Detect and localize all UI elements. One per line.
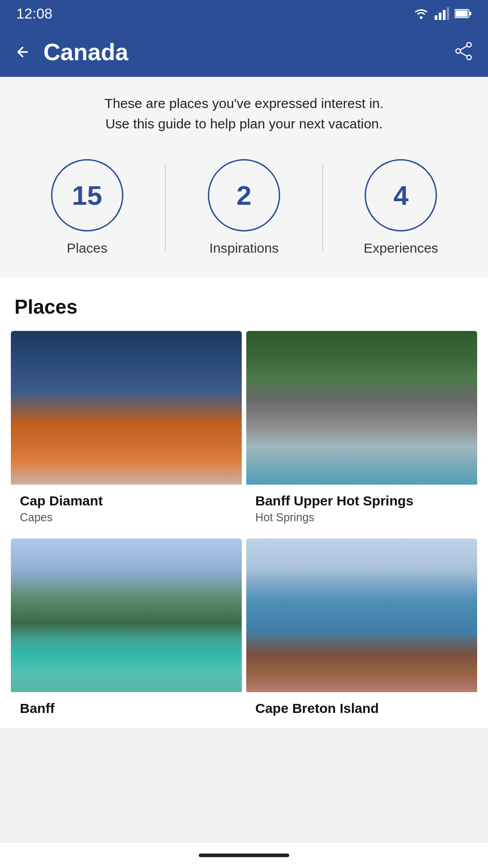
- place-image-banff: [11, 538, 242, 692]
- stat-places[interactable]: 15 Places: [9, 159, 165, 256]
- header: Canada: [0, 27, 488, 77]
- stat-experiences-label: Experiences: [364, 241, 438, 256]
- svg-rect-4: [447, 7, 449, 20]
- share-button[interactable]: [454, 41, 474, 63]
- stat-experiences-number: 4: [394, 180, 408, 211]
- place-card-cap-diamant[interactable]: Cap Diamant Capes: [11, 331, 242, 534]
- place-card-banff-hot-springs[interactable]: Banff Upper Hot Springs Hot Springs: [246, 331, 477, 534]
- place-card-type-banff-hot: Hot Springs: [255, 511, 468, 524]
- svg-rect-6: [469, 12, 471, 15]
- svg-point-10: [456, 49, 460, 53]
- status-bar: 12:08: [0, 0, 488, 27]
- header-left: Canada: [14, 38, 128, 66]
- signal-icon: [435, 7, 449, 20]
- place-card-cape-breton[interactable]: Cape Breton Island: [246, 538, 477, 728]
- place-image-banff-hot: [246, 331, 477, 485]
- place-card-banff[interactable]: Banff: [11, 538, 242, 728]
- battery-icon: [455, 9, 472, 19]
- stat-inspirations-number: 2: [236, 180, 251, 211]
- stats-section: 15 Places 2 Inspirations 4 Experiences: [0, 143, 488, 278]
- places-grid: Cap Diamant Capes Banff Upper Hot Spring…: [11, 331, 477, 728]
- back-icon: [14, 44, 31, 60]
- svg-rect-1: [435, 15, 437, 20]
- place-image-cap-diamant: [11, 331, 242, 485]
- stat-inspirations[interactable]: 2 Inspirations: [166, 159, 322, 256]
- stat-places-number: 15: [72, 180, 102, 211]
- bottom-home-indicator: [199, 854, 289, 857]
- stat-places-circle: 15: [51, 159, 123, 231]
- place-card-name-cape-breton: Cape Breton Island: [255, 700, 468, 717]
- place-card-name-banff: Banff: [20, 700, 233, 717]
- places-section-title: Places: [11, 296, 477, 318]
- back-button[interactable]: [14, 44, 31, 60]
- place-card-info-banff-hot: Banff Upper Hot Springs Hot Springs: [246, 485, 477, 534]
- svg-rect-7: [455, 10, 468, 17]
- place-card-type-cap-diamant: Capes: [20, 511, 233, 524]
- places-section: Places Cap Diamant Capes Banff Upper Hot…: [0, 278, 488, 728]
- stat-inspirations-circle: 2: [208, 159, 280, 231]
- share-icon: [454, 41, 474, 61]
- svg-point-8: [467, 42, 471, 47]
- page-title: Canada: [43, 38, 128, 66]
- status-time: 12:08: [16, 5, 52, 22]
- wifi-icon: [413, 7, 429, 20]
- place-card-name-banff-hot: Banff Upper Hot Springs: [255, 493, 468, 509]
- place-card-info-cape-breton: Cape Breton Island: [246, 692, 477, 728]
- bottom-bar: [0, 843, 488, 868]
- svg-line-11: [460, 46, 467, 50]
- svg-rect-3: [443, 10, 446, 20]
- svg-line-12: [460, 52, 467, 57]
- stat-experiences[interactable]: 4 Experiences: [323, 159, 479, 256]
- status-icons: [413, 7, 472, 20]
- svg-point-9: [467, 55, 471, 60]
- svg-rect-2: [439, 13, 441, 20]
- subtitle-text: These are places you've expressed intere…: [18, 93, 470, 134]
- place-card-info-cap-diamant: Cap Diamant Capes: [11, 485, 242, 534]
- svg-point-0: [420, 16, 422, 19]
- place-card-name-cap-diamant: Cap Diamant: [20, 493, 233, 509]
- stat-inspirations-label: Inspirations: [209, 241, 278, 256]
- place-image-cape-breton: [246, 538, 477, 692]
- stat-places-label: Places: [67, 241, 108, 256]
- subtitle-section: These are places you've expressed intere…: [0, 77, 488, 143]
- stat-experiences-circle: 4: [365, 159, 437, 231]
- place-card-info-banff: Banff: [11, 692, 242, 728]
